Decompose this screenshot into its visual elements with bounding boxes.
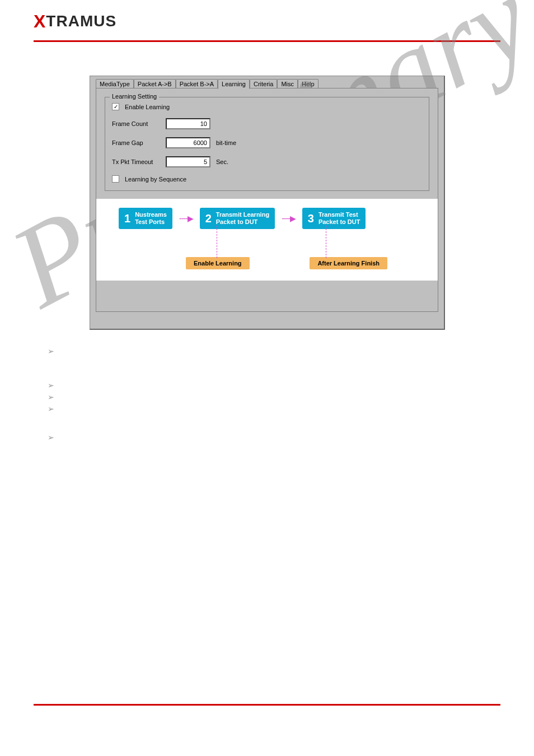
bullet-list: ➢ ➢ ➢ ➢ ➢ — [48, 347, 534, 442]
dotted-connector — [217, 226, 217, 258]
step-3-line1: Transmit Test — [318, 211, 358, 218]
tab-misc[interactable]: Misc — [277, 79, 298, 88]
document-header: XTRAMUS — [0, 0, 534, 38]
arrow-icon — [282, 214, 296, 223]
step-1-num: 1 — [124, 212, 132, 225]
settings-dialog: MediaType Packet A->B Packet B->A Learni… — [90, 76, 445, 330]
frame-gap-label: Frame Gap — [112, 139, 162, 146]
step-2: 2 Transmit LearningPacket to DUT — [200, 208, 275, 229]
step-2-line1: Transmit Learning — [216, 211, 269, 218]
header-divider — [34, 40, 500, 42]
step-3-line2: Packet to DUT — [318, 218, 360, 225]
step-2-line2: Packet to DUT — [216, 218, 258, 225]
group-title: Learning Setting — [110, 93, 159, 100]
frame-gap-input[interactable] — [166, 137, 210, 148]
arrow-icon — [179, 214, 193, 223]
tab-packet-a-b[interactable]: Packet A->B — [134, 79, 176, 88]
tab-help[interactable]: Help — [298, 79, 318, 88]
tab-content: Learning Setting ✓ Enable Learning Frame… — [96, 88, 438, 312]
footer-divider — [34, 704, 500, 706]
logo-x: X — [34, 11, 46, 31]
tab-learning[interactable]: Learning — [218, 79, 250, 89]
step-3-num: 3 — [308, 212, 315, 225]
tab-row: MediaType Packet A->B Packet B->A Learni… — [96, 79, 438, 88]
tab-criteria[interactable]: Criteria — [250, 79, 277, 88]
bullet-icon: ➢ — [48, 347, 534, 356]
learn-seq-label: Learning by Sequence — [125, 176, 186, 183]
dotted-connector — [326, 226, 326, 258]
bullet-icon: ➢ — [48, 381, 534, 390]
learn-seq-checkbox[interactable] — [112, 175, 119, 183]
step-1-line2: Test Ports — [135, 218, 165, 225]
dialog-wrapper: MediaType Packet A->B Packet B->A Learni… — [90, 76, 445, 330]
note-enable-learning: Enable Learning — [186, 257, 250, 269]
tx-timeout-input[interactable] — [166, 156, 210, 167]
note-after-finish: After Learning Finish — [310, 257, 387, 269]
learning-setting-group: Learning Setting ✓ Enable Learning Frame… — [105, 97, 429, 191]
note-row: Enable Learning After Learning Finish — [119, 257, 427, 269]
learning-diagram: 1 NustreamsTest Ports 2 Transmit Learnin… — [96, 199, 438, 281]
bullet-icon: ➢ — [48, 393, 534, 402]
bullet-icon: ➢ — [48, 433, 534, 442]
tab-mediatype[interactable]: MediaType — [96, 79, 134, 88]
step-1: 1 NustreamsTest Ports — [119, 208, 172, 229]
frame-count-label: Frame Count — [112, 120, 162, 127]
logo-rest: TRAMUS — [46, 12, 116, 30]
tab-packet-b-a[interactable]: Packet B->A — [176, 79, 218, 88]
logo: XTRAMUS — [34, 12, 116, 30]
tx-timeout-unit: Sec. — [216, 158, 228, 165]
step-1-line1: Nustreams — [135, 211, 167, 218]
bullet-icon: ➢ — [48, 404, 534, 413]
tx-timeout-label: Tx Pkt Timeout — [112, 158, 162, 165]
step-2-num: 2 — [205, 212, 213, 225]
enable-learning-label: Enable Learning — [125, 104, 170, 110]
frame-count-input[interactable] — [166, 118, 210, 129]
step-row: 1 NustreamsTest Ports 2 Transmit Learnin… — [119, 208, 427, 229]
enable-learning-checkbox[interactable]: ✓ — [112, 103, 119, 110]
step-3: 3 Transmit TestPacket to DUT — [302, 208, 366, 229]
frame-gap-unit: bit-time — [216, 139, 236, 146]
